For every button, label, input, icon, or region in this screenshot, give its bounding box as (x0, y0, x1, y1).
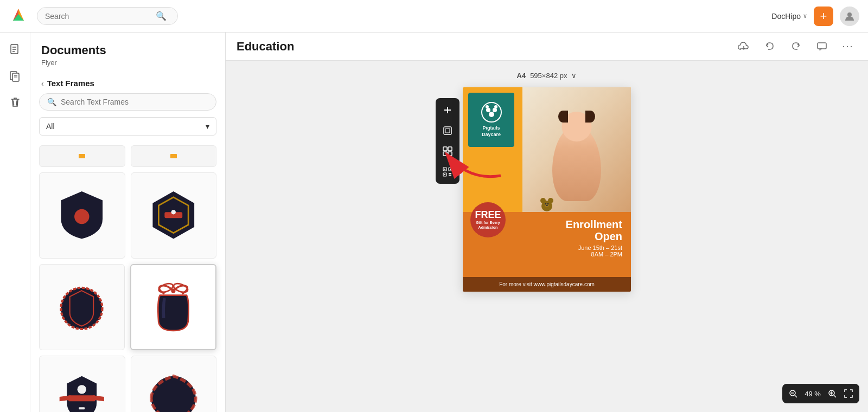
more-options-button[interactable]: ··· (839, 37, 857, 56)
sidebar-item-trash[interactable] (4, 91, 26, 113)
svg-line-70 (834, 395, 836, 397)
zoom-out-button[interactable] (786, 386, 801, 401)
flyer-brand-name: PigtailsDaycare (482, 125, 501, 138)
svg-point-62 (545, 203, 547, 205)
dochipo-dropdown[interactable]: DocHipo ∨ (771, 12, 807, 21)
canvas-wrapper: PigtailsDaycare (463, 87, 631, 292)
search-frames-bar[interactable]: 🔍 (39, 93, 216, 111)
frame-item-partial2[interactable] (131, 145, 217, 167)
section-title: Text Frames (47, 79, 94, 88)
zoom-bar: 49 % (782, 384, 859, 403)
page-size-name: A4 (517, 72, 526, 80)
frame-item-shield[interactable] (39, 172, 125, 259)
frames-row-3 (39, 356, 216, 412)
svg-point-64 (546, 205, 548, 206)
topbar: 🔍 DocHipo ∨ + (0, 0, 868, 33)
zoom-level: 49 % (802, 390, 824, 398)
svg-rect-33 (443, 147, 447, 151)
zoom-in-button[interactable] (825, 386, 840, 401)
logo[interactable] (9, 7, 28, 26)
svg-rect-34 (448, 147, 452, 151)
add-element-button[interactable] (438, 100, 457, 120)
flyer-footer: For more visit www.pigtailsdaycare.com (463, 277, 631, 292)
svg-point-24 (78, 385, 86, 394)
comments-button[interactable] (813, 37, 831, 56)
svg-rect-42 (444, 174, 445, 175)
svg-rect-23 (69, 396, 95, 402)
svg-rect-45 (449, 175, 450, 176)
svg-rect-36 (448, 152, 452, 156)
canvas-controls-bar: A4 595×842 px ∨ (517, 72, 577, 80)
flyer-child-photo (522, 87, 631, 212)
flyer-orange-section: FREE Gift for EveryAdmission EnrollmentO… (463, 212, 631, 277)
frame-item-hexbadge[interactable] (131, 172, 217, 259)
editor-toolbar: Education ··· (226, 33, 868, 61)
partial-row-top (39, 145, 216, 167)
back-arrow-icon: ‹ (41, 79, 44, 88)
sidebar-item-pages[interactable] (4, 65, 26, 87)
toolbar-actions: ··· (735, 37, 857, 56)
svg-rect-35 (443, 152, 447, 156)
svg-line-67 (795, 395, 797, 397)
flyer-free-text: FREE (475, 210, 501, 220)
flyer-badge-sub: Gift for EveryAdmission (476, 221, 500, 230)
canvas-left-tools (436, 98, 459, 184)
svg-rect-12 (170, 154, 177, 158)
zoom-fit-button[interactable] (841, 386, 856, 401)
canvas-area: A4 595×842 px ∨ (226, 61, 868, 412)
chevron-down-icon: ∨ (803, 12, 807, 20)
svg-point-49 (493, 108, 497, 112)
panel-subtitle: Flyer (41, 59, 214, 67)
svg-rect-46 (450, 175, 451, 176)
svg-point-60 (548, 198, 553, 203)
panel-title: Documents (41, 43, 214, 57)
frames-row-1 (39, 172, 216, 259)
frame-item-partial1[interactable] (39, 145, 125, 167)
sidebar-item-document[interactable] (4, 39, 26, 61)
flyer-bear-icon (539, 196, 555, 212)
frame-item-shield2[interactable] (39, 264, 125, 351)
search-bar[interactable]: 🔍 (37, 7, 178, 25)
flyer-preview[interactable]: PigtailsDaycare (463, 87, 631, 292)
user-avatar[interactable] (840, 7, 859, 26)
search-frames-icon: 🔍 (47, 98, 56, 106)
svg-rect-31 (444, 127, 451, 134)
frames-row-2 (39, 264, 216, 351)
search-input[interactable] (45, 12, 154, 21)
svg-rect-41 (450, 169, 451, 170)
editor-area: Education ··· (226, 33, 868, 412)
icon-sidebar (0, 33, 30, 412)
add-new-button[interactable]: + (814, 7, 833, 26)
svg-rect-11 (79, 154, 85, 158)
undo-button[interactable] (761, 37, 779, 56)
svg-point-26 (151, 376, 196, 412)
svg-rect-25 (79, 408, 85, 410)
resize-button[interactable] (438, 121, 457, 140)
svg-rect-28 (818, 43, 826, 49)
page-dimensions: 595×842 px (530, 72, 567, 80)
back-navigation[interactable]: ‹ Text Frames (30, 71, 225, 93)
page-size-chevron-icon: ∨ (571, 72, 577, 80)
left-panel: Documents Flyer ‹ Text Frames 🔍 All ▾ (30, 33, 226, 412)
svg-rect-40 (444, 169, 445, 170)
flyer-brand-box: PigtailsDaycare (468, 93, 514, 147)
filter-dropdown[interactable]: All ▾ (39, 117, 216, 136)
svg-point-63 (547, 203, 549, 205)
page-size-control[interactable]: A4 595×842 px ∨ (517, 72, 577, 80)
flyer-dates: June 15th – 21st8AM – 2PM (469, 244, 624, 258)
svg-point-13 (75, 209, 90, 224)
grid-view-button[interactable] (438, 141, 457, 161)
frame-item-circle-bow[interactable] (130, 264, 217, 351)
cloud-save-button[interactable] (735, 37, 753, 56)
filter-chevron-icon: ▾ (206, 122, 209, 131)
frame-item-circle-brush[interactable] (131, 356, 217, 412)
qr-code-button[interactable] (438, 162, 457, 182)
svg-point-52 (494, 105, 497, 108)
redo-button[interactable] (787, 37, 805, 56)
search-frames-input[interactable] (61, 98, 208, 106)
svg-point-48 (486, 108, 490, 112)
editor-title: Education (237, 40, 730, 54)
frame-item-shield-ribbon[interactable] (39, 356, 125, 412)
svg-point-59 (540, 198, 546, 203)
svg-rect-43 (449, 173, 450, 174)
